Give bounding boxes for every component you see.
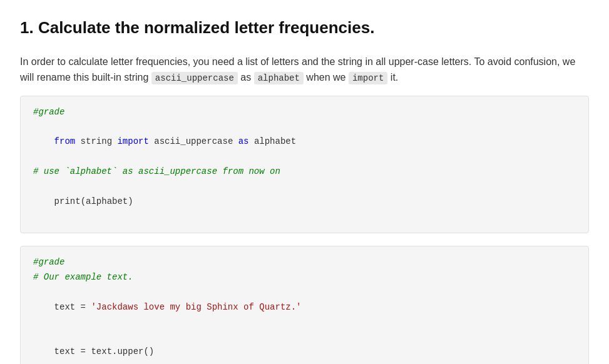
code-block-1: #grade from string import ascii_uppercas…	[20, 96, 589, 233]
page-title: 1. Calculate the normalized letter frequ…	[20, 15, 589, 41]
code2-text-var2: text	[54, 346, 76, 356]
code2-line2: # Our example text.	[33, 270, 578, 285]
code1-as-kw: as	[238, 136, 249, 146]
code2-line1: #grade	[33, 255, 578, 270]
code2-string-val: 'Jackdaws love my big Sphinx of Quartz.'	[91, 302, 301, 312]
code-ascii-uppercase: ascii_uppercase	[151, 72, 238, 84]
code2-text-var: text	[54, 302, 76, 312]
code1-print-args: (alphabet)	[81, 196, 133, 206]
para1-as: as	[238, 72, 254, 83]
code2-line4: text = text.upper()	[33, 330, 578, 364]
code1-line3: # use `alphabet` as ascii_uppercase from…	[33, 164, 578, 179]
code1-import-kw: import	[117, 136, 148, 146]
code1-line2: from string import ascii_uppercase as al…	[33, 120, 578, 164]
code1-ascii: ascii_uppercase	[149, 136, 238, 146]
code1-line4: print(alphabet)	[33, 179, 578, 224]
para1-when: when we	[304, 72, 349, 83]
code1-alphabet-name: alphabet	[249, 136, 297, 146]
code2-eq2: =	[75, 346, 91, 356]
code1-from-kw: from	[54, 136, 76, 146]
code2-method: text.upper()	[91, 346, 154, 356]
para1-end: it.	[387, 72, 398, 83]
code1-line1: #grade	[33, 105, 578, 120]
code2-line3: text = 'Jackdaws love my big Sphinx of Q…	[33, 285, 578, 330]
code-import: import	[349, 72, 387, 84]
paragraph-1: In order to calculate letter frequencies…	[20, 54, 589, 86]
code1-print-fn: print	[54, 196, 81, 206]
code-alphabet: alphabet	[254, 72, 304, 84]
code2-eq1: =	[75, 302, 91, 312]
code1-string-txt: string	[75, 136, 117, 146]
code-block-2: #grade # Our example text. text = 'Jackd…	[20, 246, 589, 364]
